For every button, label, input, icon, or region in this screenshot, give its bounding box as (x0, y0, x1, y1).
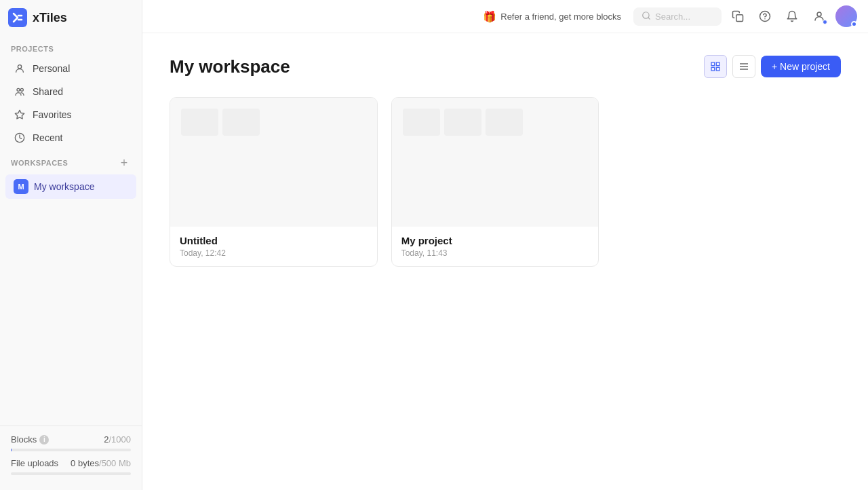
workspaces-section-label: WORKSPACES (11, 159, 68, 167)
project-name-my-project: My project (401, 235, 589, 246)
svg-point-1 (17, 88, 20, 91)
project-name-untitled: Untitled (180, 235, 368, 246)
sidebar-item-shared[interactable]: Shared (5, 81, 136, 102)
sidebar-item-personal[interactable]: Personal (5, 58, 136, 79)
personal-label: Personal (33, 63, 70, 74)
file-uploads-progress-bar-bg (11, 472, 131, 475)
referral-text: Refer a friend, get more blocks (500, 12, 621, 22)
add-workspace-button[interactable]: + (117, 156, 131, 170)
page-header: My workspace + New project (170, 55, 841, 78)
avatar-dot (851, 21, 857, 27)
sidebar-item-my-workspace[interactable]: M My workspace (5, 174, 136, 199)
preview-block-3 (403, 109, 440, 136)
favorites-label: Favorites (33, 109, 72, 120)
workspaces-section-header: WORKSPACES + (0, 149, 142, 174)
project-date-untitled: Today, 12:42 (180, 248, 368, 258)
file-uploads-row: File uploads 0 bytes/500 Mb (11, 458, 131, 468)
grid-view-button[interactable] (704, 55, 727, 78)
sidebar-item-favorites[interactable]: Favorites (5, 104, 136, 126)
header-actions: + New project (704, 55, 841, 78)
shared-label: Shared (33, 86, 63, 97)
sidebar-logo[interactable]: xTiles (0, 8, 142, 38)
file-uploads-value: 0 bytes/500 Mb (71, 458, 131, 468)
copy-icon-button[interactable] (727, 5, 749, 27)
workspace-label: My workspace (34, 181, 94, 192)
file-uploads-label: File uploads (11, 458, 58, 468)
sidebar-item-recent[interactable]: Recent (5, 127, 136, 149)
svg-rect-13 (711, 67, 715, 71)
help-icon-button[interactable] (754, 5, 776, 27)
workspace-icon: M (14, 179, 28, 194)
referral-button[interactable]: 🎁 Refer a friend, get more blocks (476, 7, 628, 26)
blocks-info-icon[interactable]: i (39, 435, 49, 445)
app-name: xTiles (33, 11, 67, 25)
search-icon (642, 11, 651, 22)
search-placeholder: Search... (655, 12, 690, 22)
search-box[interactable]: Search... (633, 7, 722, 26)
page-title: My workspace (170, 56, 290, 77)
project-card-untitled[interactable]: Untitled Today, 12:42 (170, 97, 378, 267)
sidebar-bottom: Blocks i 2/1000 File uploads 0 bytes/500… (0, 426, 142, 490)
avatar[interactable] (835, 5, 857, 27)
svg-point-2 (20, 88, 23, 91)
sidebar: xTiles PROJECTS Personal Shared Favorite… (0, 0, 142, 490)
new-project-button[interactable]: + New project (761, 56, 841, 77)
blocks-value: 2/1000 (104, 434, 131, 445)
svg-rect-7 (736, 15, 743, 22)
user-icon-button[interactable] (808, 5, 830, 27)
blocks-progress-bar-bg (11, 449, 131, 451)
preview-block-2 (222, 109, 260, 136)
projects-grid: Untitled Today, 12:42 My project Today, … (170, 97, 821, 267)
project-card-info-untitled: Untitled Today, 12:42 (170, 227, 377, 266)
referral-icon: 🎁 (483, 10, 496, 23)
people-icon (14, 86, 26, 98)
person-icon (14, 62, 26, 75)
preview-block-1 (181, 109, 218, 136)
main-content: 🎁 Refer a friend, get more blocks Search… (142, 0, 868, 490)
blocks-label: Blocks i (11, 434, 49, 445)
app-logo-icon (8, 8, 27, 27)
project-card-info-my-project: My project Today, 11:43 (392, 227, 599, 266)
svg-rect-12 (716, 62, 719, 66)
project-card-my-project[interactable]: My project Today, 11:43 (391, 97, 599, 267)
svg-line-6 (648, 17, 650, 19)
blocks-row: Blocks i 2/1000 (11, 434, 131, 445)
project-date-my-project: Today, 11:43 (401, 248, 589, 258)
project-card-preview-my-project (392, 98, 599, 227)
page-body: My workspace + New project (142, 33, 868, 490)
topbar: 🎁 Refer a friend, get more blocks Search… (142, 0, 868, 33)
svg-rect-11 (711, 62, 715, 66)
projects-section-label: PROJECTS (0, 38, 142, 57)
list-view-button[interactable] (732, 55, 755, 78)
project-card-preview-untitled (170, 98, 377, 227)
user-online-dot (823, 20, 827, 24)
svg-rect-14 (716, 67, 719, 71)
svg-point-10 (817, 12, 821, 16)
clock-icon (14, 132, 26, 144)
svg-point-0 (18, 65, 21, 69)
svg-marker-3 (15, 110, 24, 119)
preview-block-5 (486, 109, 523, 136)
star-icon (14, 109, 26, 121)
preview-block-4 (444, 109, 481, 136)
recent-label: Recent (33, 132, 62, 143)
bell-icon-button[interactable] (781, 5, 803, 27)
